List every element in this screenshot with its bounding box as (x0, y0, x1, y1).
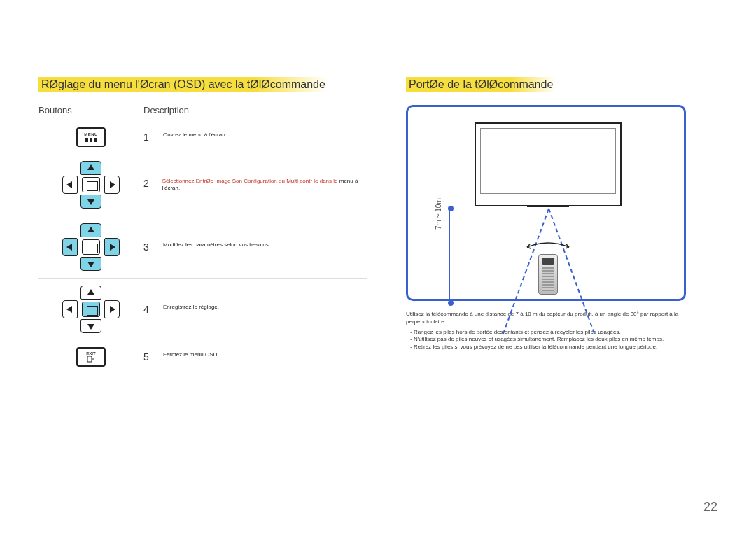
dpad-up-down-icon (61, 161, 121, 209)
list-item: Rangez les piles hors de portée des enfa… (410, 329, 718, 337)
range-section-title: PortØe de la tØlØcommande (406, 77, 556, 92)
step-number: 5 (144, 351, 163, 363)
range-note-main: Utilisez la télécommande à une distance … (406, 311, 718, 326)
remote-range-section: PortØe de la tØlØcommande 7m ~ 10m Utili… (406, 77, 718, 374)
step-text: Enregistrez le réglage. (163, 304, 219, 311)
range-diagram: 7m ~ 10m (406, 105, 686, 301)
step-number: 4 (144, 304, 163, 315)
step-text: Ouvrez le menu à l'écran. (163, 132, 227, 139)
list-item: Retirez les piles si vous prévoyez de ne… (410, 344, 718, 351)
table-row: 3 Modifiez les paramètres selon vos beso… (38, 216, 368, 279)
step-text: Modifiez les paramètres selon vos besoin… (163, 241, 270, 248)
step-text: Sélectionnez EntrØe Image Son Configurat… (162, 178, 368, 192)
dpad-all-icon (61, 223, 121, 271)
step-number: 3 (144, 241, 163, 253)
distance-label: 7m ~ 10m (435, 198, 442, 230)
table-row: 2 Sélectionnez EntrØe Image Son Configur… (38, 154, 368, 216)
tv-icon (475, 122, 622, 206)
dimension-line-icon (449, 209, 450, 303)
range-notes: Utilisez la télécommande à une distance … (406, 311, 718, 351)
step-text: Fermez le menu OSD. (163, 351, 219, 358)
osd-section-title: RØglage du menu l'Øcran (OSD) avec la tØ… (38, 77, 328, 92)
angle-arc-icon (524, 240, 573, 250)
table-header: Boutons Description (38, 105, 368, 120)
table-row: EXIT 5 Fermez le menu OSD. (38, 340, 368, 374)
menu-button-icon: MENU (76, 127, 106, 147)
table-row: 4 Enregistrez le réglage. (38, 279, 368, 340)
step-number: 2 (144, 178, 162, 189)
col-header-buttons: Boutons (38, 105, 144, 115)
remote-control-icon (538, 254, 558, 295)
step-number: 1 (144, 132, 163, 143)
table-row: MENU 1 Ouvrez le menu à l'écran. (38, 120, 368, 154)
osd-menu-section: RØglage du menu l'Øcran (OSD) avec la tØ… (38, 77, 368, 374)
page-number: 22 (704, 500, 718, 514)
list-item: N'utilisez pas de piles neuves et usagée… (410, 336, 718, 344)
exit-button-icon: EXIT (76, 347, 106, 367)
dpad-center-icon (61, 286, 121, 333)
col-header-description: Description (144, 105, 368, 115)
